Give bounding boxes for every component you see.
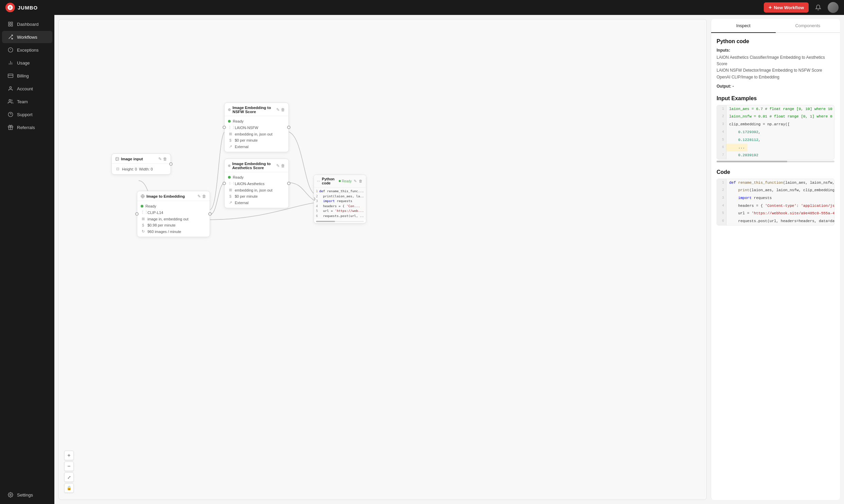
- embedding-title: Image to Embedding: [141, 194, 185, 198]
- grid-icon: [7, 21, 14, 27]
- delete-icon[interactable]: 🗑: [281, 163, 285, 168]
- embedding-io: ⊞ image in, embedding out: [141, 216, 206, 222]
- price-icon: $: [228, 194, 233, 198]
- zoom-out-button[interactable]: −: [64, 462, 74, 471]
- embedding-price: $ $0.98 per minute: [141, 222, 206, 228]
- connections-svg: [59, 19, 706, 500]
- py-node-body: 1def rename_this_func... 2 print(laion_a…: [314, 187, 366, 220]
- aesthetics-title: Image Embedding to Aesthetics Score: [228, 162, 276, 170]
- aesthetics-io: ⊞ embedding in, json out: [228, 187, 285, 193]
- input-examples-title: Input Examples: [717, 95, 834, 102]
- nsfw-status: Ready: [228, 118, 285, 124]
- avatar[interactable]: [828, 2, 839, 13]
- right-panel: Inspect Components Python code Inputs: L…: [711, 19, 840, 500]
- conn-right: [169, 162, 173, 166]
- example-line-1: 1 laion_aes = 6.7 # float range [0, 10] …: [717, 105, 834, 113]
- delete-icon[interactable]: 🗑: [163, 157, 167, 161]
- edit-icon[interactable]: ✎: [197, 194, 201, 199]
- embedding-actions: ✎ 🗑: [197, 194, 206, 199]
- aesthetics-header: Image Embedding to Aesthetics Score ✎ 🗑: [225, 159, 288, 172]
- nsfw-header: Image Embedding to NSFW Score ✎ 🗑: [225, 103, 288, 116]
- status-dot: [141, 205, 143, 208]
- svg-point-15: [9, 100, 11, 101]
- access-icon: ↗: [228, 144, 233, 149]
- notifications-button[interactable]: [813, 2, 824, 13]
- py-node-title: Python code: [322, 177, 337, 185]
- conn-left: [223, 126, 226, 129]
- credit-card-icon: [7, 73, 14, 79]
- svg-point-22: [117, 158, 117, 159]
- svg-rect-1: [11, 22, 13, 24]
- delete-icon[interactable]: 🗑: [202, 194, 206, 199]
- example-line-7: 7 0.2039192: [717, 151, 834, 159]
- new-workflow-label: New Workflow: [774, 5, 804, 10]
- py-edit-icon[interactable]: ✎: [354, 179, 357, 183]
- logo-icon: [5, 3, 15, 12]
- sidebar-item-workflows-label: Workflows: [17, 35, 37, 40]
- sidebar-bottom: Settings: [0, 488, 54, 501]
- py-scrollbar-thumb: [316, 221, 335, 222]
- svg-rect-3: [11, 24, 13, 26]
- py-line-3: 3 import requests: [316, 199, 364, 204]
- embedding-status: Ready: [141, 203, 206, 209]
- status-dot: [228, 176, 231, 179]
- input-item-0: LAION Aesthetics Classifier/Image Embedd…: [717, 54, 834, 67]
- svg-rect-12: [8, 74, 13, 78]
- rate-icon: ↻: [141, 229, 145, 234]
- edit-icon[interactable]: ✎: [158, 157, 162, 161]
- tab-inspect[interactable]: Inspect: [711, 19, 776, 33]
- py-node-header: Python code Ready ✎ 🗑: [314, 175, 366, 187]
- sidebar: Dashboard Workflows Exceptions Usage Bil…: [0, 15, 54, 504]
- topbar-left: JUMBO: [5, 3, 38, 12]
- zoom-in-button[interactable]: +: [64, 451, 74, 460]
- py-line-4: 4 headers = { 'Con...: [316, 204, 364, 209]
- users-icon: [7, 98, 14, 105]
- delete-icon[interactable]: 🗑: [281, 107, 285, 112]
- code-title: Code: [717, 169, 834, 175]
- conn-right: [208, 212, 212, 216]
- aesthetics-score-node: Image Embedding to Aesthetics Score ✎ 🗑 …: [224, 159, 289, 208]
- sidebar-item-support[interactable]: Support: [2, 108, 52, 121]
- app-body: Dashboard Workflows Exceptions Usage Bil…: [0, 15, 844, 504]
- sidebar-item-dashboard[interactable]: Dashboard: [2, 18, 52, 30]
- canvas-area[interactable]: Image input ✎ 🗑 ⊡ Height: 0 Width: 0: [58, 19, 707, 500]
- sidebar-item-exceptions[interactable]: Exceptions: [2, 44, 52, 56]
- aesthetics-actions: ✎ 🗑: [276, 163, 285, 168]
- gift-icon: [7, 124, 14, 130]
- nsfw-score-node: Image Embedding to NSFW Score ✎ 🗑 Ready: [224, 103, 289, 152]
- help-circle-icon: [7, 111, 14, 118]
- sidebar-item-workflows[interactable]: Workflows: [2, 31, 52, 43]
- settings-icon: [7, 492, 14, 498]
- sidebar-item-support-label: Support: [17, 112, 33, 117]
- sidebar-item-account-label: Account: [17, 86, 33, 91]
- sidebar-item-account[interactable]: Account: [2, 83, 52, 95]
- svg-rect-0: [8, 22, 10, 24]
- sidebar-item-billing[interactable]: Billing: [2, 70, 52, 82]
- edit-icon[interactable]: ✎: [276, 163, 280, 168]
- status-dot: [228, 120, 231, 123]
- sidebar-item-usage[interactable]: Usage: [2, 57, 52, 69]
- lock-button[interactable]: 🔒: [64, 483, 74, 493]
- svg-point-14: [10, 87, 11, 88]
- new-workflow-button[interactable]: + New Workflow: [764, 2, 809, 13]
- model-icon: ⋮⋮: [228, 125, 233, 130]
- svg-point-20: [10, 494, 11, 496]
- nsfw-title: Image Embedding to NSFW Score: [228, 106, 276, 114]
- sidebar-item-team[interactable]: Team: [2, 95, 52, 108]
- edit-icon[interactable]: ✎: [276, 107, 280, 112]
- aesthetics-price: $ $0 per minute: [228, 193, 285, 199]
- code-block: 1 def rename_this_function(laion_aes, la…: [717, 179, 834, 226]
- py-node-status: Ready: [339, 179, 352, 183]
- tab-components[interactable]: Components: [776, 19, 840, 32]
- user-icon: [7, 86, 14, 92]
- aesthetics-body: Ready ⋮⋮ LAION-Aesthetics ⊞ embedding in…: [225, 172, 288, 208]
- sidebar-item-referrals[interactable]: Referrals: [2, 121, 52, 133]
- py-delete-icon[interactable]: 🗑: [359, 179, 363, 183]
- sidebar-item-dashboard-label: Dashboard: [17, 22, 39, 27]
- sidebar-item-settings[interactable]: Settings: [2, 489, 52, 501]
- io-icon: ⊞: [228, 188, 233, 192]
- canvas-inner: Image input ✎ 🗑 ⊡ Height: 0 Width: 0: [59, 19, 706, 500]
- fit-button[interactable]: ⤢: [64, 472, 74, 482]
- bar-chart-icon: [7, 60, 14, 66]
- example-line-5: 5 0.1228112,: [717, 136, 834, 144]
